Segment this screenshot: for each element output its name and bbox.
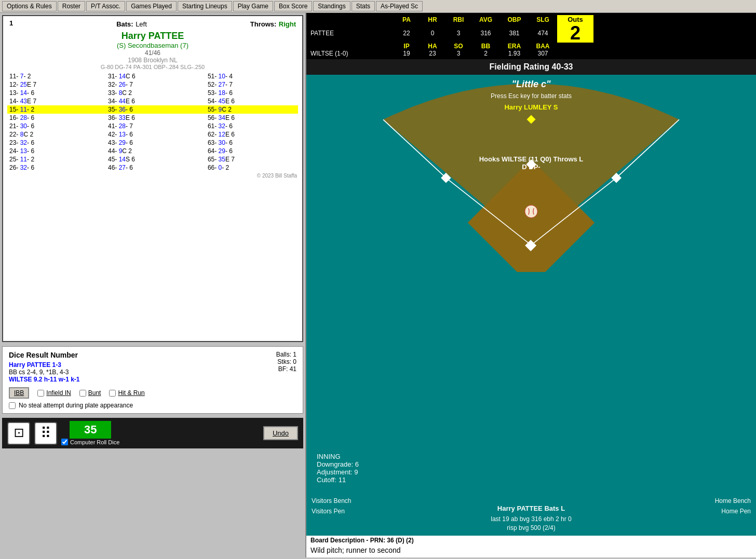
fielding-rating-bar: Fielding Rating 40-33 [306,59,756,75]
col-bb: BB [471,43,500,50]
dice-result-text: BB cs 2-4, 9, *1B, 4-3 [9,369,79,376]
baseball-field: "Little c" Press Esc key for batter stat… [306,75,756,557]
stats-section: PA HR RBI AVG OBP SLG Outs PATTEE 22 0 3… [306,13,756,59]
outs-number: 2 [557,24,593,43]
little-c-label: "Little c" [511,79,550,90]
batter-ab-stats: last 19 ab bvg 316 ebh 2 hr 0 [491,515,571,523]
pitcher-stats-values: WILTSE (1-0) 19 23 3 2 1.93 307 [310,50,752,59]
pitcher-header-row: IP HA SO BB ERA BAA [310,43,752,50]
col-era: ERA [500,43,529,50]
outfielder-label: Harry LUMLEY S [504,103,558,111]
col-so: SO [446,43,471,50]
undo-button[interactable]: Undo [263,426,298,440]
infield-in-label: Infield IN [46,389,71,397]
roll-display: 35 Computer Roll Dice [61,421,119,445]
home-bench-label: Home Bench [715,497,751,505]
batter-rbi: 3 [446,30,471,37]
nav-pt-assoc[interactable]: P/T Assoc. [86,1,125,11]
adjustment: Adjustment: 9 [317,468,359,476]
computer-roll-checkbox[interactable] [61,439,68,445]
nav-starting-lineups[interactable]: Starting Lineups [178,1,232,11]
col-slg: SLG [529,16,557,23]
die-face-2[interactable]: ⠿ [34,422,57,445]
bats-label: Bats: [116,20,133,28]
col-pa: PA [394,16,420,23]
pitcher-name-stat: WILTSE (1-0) [310,50,394,57]
batter-obp: 381 [500,30,529,37]
nav-as-played[interactable]: As-Played Sc [376,1,423,11]
col-baa: BAA [529,43,557,50]
top-nav: Options & Rules Roster P/T Assoc. Games … [0,0,756,13]
col-avg: AVG [471,16,500,23]
hit-run-checkbox[interactable] [109,390,116,397]
dice-player-name: Harry PATTEE 1-3 [9,361,79,369]
board-description-label: Board Description - PRN: 36 (D) (2) [310,537,752,544]
nav-games-played[interactable]: Games Played [126,1,177,11]
bunt-checkbox-label[interactable]: Bunt [79,389,101,397]
no-steal-checkbox[interactable] [9,402,16,409]
nav-roster[interactable]: Roster [58,1,85,11]
pitcher-so: 3 [446,50,471,57]
no-steal-label: No steal attempt during plate appearance [19,402,133,409]
batter-slg: 474 [529,30,557,37]
card-number: 41/46 [3,49,302,57]
dice-options: IBB Infield IN Bunt Hit & Run [9,387,296,399]
board-description-text: Wild pitch; runner to second [310,544,752,556]
cutoff: Cutoff: 11 [317,476,359,484]
hit-run-checkbox-label[interactable]: Hit & Run [109,389,144,397]
col-rbi: RBI [446,16,471,23]
balls-count: Balls: 1 [276,351,296,358]
press-esc-label: Press Esc key for batter stats [491,92,572,100]
nav-standings[interactable]: Standings [313,1,350,11]
nav-box-score[interactable]: Box Score [274,1,312,11]
ibb-button[interactable]: IBB [9,387,29,399]
col-ha: HA [420,43,446,50]
batter-hr: 0 [420,30,446,37]
dice-roll-bar: ⚀ ⠿ 35 Computer Roll Dice Undo [2,418,303,448]
pitcher-ip: 19 [394,50,420,57]
player-name: Harry PATTEE [3,31,302,42]
inning-info: INNING Downgrade: 6 Adjustment: 9 Cutoff… [317,453,359,484]
computer-roll-label: Computer Roll Dice [61,439,119,445]
player-position: (S) Secondbaseman (7) [3,42,302,49]
bunt-checkbox[interactable] [79,390,86,397]
row-number: 1 [9,19,13,27]
card-team: 1908 Brooklyn NL [3,57,302,64]
visitors-pen-label: Visitors Pen [312,508,345,515]
rolls-grid: 11- 7- 231- 14C 651- 10- 412- 25E 732- 2… [3,72,302,172]
player-card: 1 Bats: Left Throws: Right Harry PATTEE … [2,15,303,342]
bunt-label: Bunt [88,389,101,397]
dice-result-section: Dice Result Number Harry PATTEE 1-3 BB c… [2,346,303,414]
throws-label: Throws: [250,20,277,28]
col-ip: IP [394,43,420,50]
card-stats: G-80 DG-74 PA-301 OBP-.284 SLG-.250 [3,64,302,70]
infield-in-checkbox[interactable] [37,390,44,397]
throws-value: Right [279,20,296,28]
rolls-table: 11- 7- 231- 14C 651- 10- 412- 25E 732- 2… [7,72,298,172]
no-steal-row: No steal attempt during plate appearance [9,402,296,409]
batter-stats-row: PA HR RBI AVG OBP SLG Outs [310,15,752,24]
hit-run-label: Hit & Run [118,389,144,397]
right-panel: PA HR RBI AVG OBP SLG Outs PATTEE 22 0 3… [306,13,756,557]
pitcher-ha: 23 [420,50,446,57]
infield-in-checkbox-label[interactable]: Infield IN [37,389,71,397]
board-description-container: Board Description - PRN: 36 (D) (2) Wild… [306,536,756,557]
batter-label: Harry PATTEE Bats L [497,505,565,512]
batter-stats-values: PATTEE 22 0 3 316 381 474 2 [310,24,752,43]
col-hr: HR [420,16,446,23]
nav-options-rules[interactable]: Options & Rules [2,1,57,11]
nav-play-game[interactable]: Play Game [233,1,273,11]
die-face-1[interactable]: ⚀ [7,422,30,445]
card-header: 1 Bats: Left Throws: Right [3,16,302,30]
batter-pa: 22 [394,30,420,37]
dice-result-title: Dice Result Number [9,351,79,359]
inning-title: INNING [317,453,359,460]
home-pen-label: Home Pen [721,508,751,515]
batter-risp: risp bvg 500 (2/4) [507,524,555,531]
col-obp: OBP [500,16,529,23]
downgrade: Downgrade: 6 [317,460,359,468]
nav-stats[interactable]: Stats [352,1,375,11]
svg-point-11 [525,205,537,217]
batter-avg: 316 [471,30,500,37]
field-area: "Little c" Press Esc key for batter stat… [306,75,756,536]
